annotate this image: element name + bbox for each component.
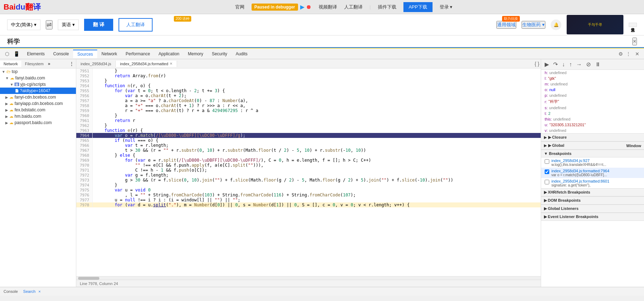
domain-button[interactable]: 通用领域 [496, 21, 516, 29]
source-lang-button[interactable]: 中文(简体) ▾ [7, 19, 40, 30]
line-num-7969: 7969 [76, 158, 92, 163]
tab-elements[interactable]: Elements [23, 50, 49, 58]
nav-human-translate[interactable]: 人工翻译 [344, 4, 363, 10]
bottom-tab-console[interactable]: Console [4, 289, 18, 294]
tree-item-fanyi-cdn[interactable]: ▶ ☁ fanyi-cdn.bcebos.com [0, 94, 76, 100]
tree-item-passport[interactable]: ▶ ☁ passport.baidu.com [0, 119, 76, 126]
bp-code-2: var o = r.match(/[\uD800-\uDBFF]... [551, 173, 609, 177]
bottom-tab-search[interactable]: Search × [23, 289, 40, 294]
tree-item-hm[interactable]: ▶ ☁ hm.baidu.com [0, 113, 76, 119]
tab-audits[interactable]: Audits [231, 50, 252, 58]
horizontal-scrollbar[interactable] [76, 276, 541, 280]
pause-on-exceptions[interactable]: ⏸ [594, 61, 601, 68]
tab-performance[interactable]: Performance [121, 50, 154, 58]
global-section[interactable]: ▶ ▶ Global Window [541, 141, 644, 150]
scope-u: u: "320305.131321201" [541, 122, 644, 128]
event-listeners-label: ▶ Event Listener Breakpoints [544, 214, 599, 219]
tree-item-fanyi-baidu[interactable]: ▼ ☁ fanyi.baidu.com [0, 75, 76, 81]
tree-label-passport: passport.baidu.com [15, 120, 52, 125]
tree-item-yjs-cgi[interactable]: ▼ ▦ yjs-cgi/scripts [0, 81, 76, 88]
more-options-button[interactable]: ⋮ [624, 50, 632, 57]
folder-icon-fanyi: ☁ [10, 76, 14, 80]
tab-application[interactable]: Application [154, 50, 184, 58]
folder-icon: 🗁 [6, 69, 11, 74]
line-num-7964: 7964 [76, 133, 92, 138]
tab-sources[interactable]: Sources [73, 50, 97, 58]
nav-official[interactable]: 官网 [235, 4, 244, 10]
tree-item-fex[interactable]: ▶ ☁ fex.bdstatic.com [0, 107, 76, 113]
scope-t: t: 2 [541, 111, 644, 116]
line-num-7972: 7972 [76, 173, 92, 178]
global-listeners-section[interactable]: ▶ Global Listeners [541, 205, 644, 213]
search-tab-close[interactable]: × [38, 289, 40, 294]
devtools-close-button[interactable]: ✕ [632, 51, 642, 57]
target-lang-button[interactable]: 英语 ▾ [58, 19, 79, 30]
record-button[interactable]: ⏺ [306, 4, 312, 10]
app-download-button[interactable]: APP下载 [403, 2, 433, 12]
code-line-7972: 7972 var g = f.length; [76, 173, 541, 178]
deactivate-breakpoints[interactable]: ⊘ [585, 60, 591, 68]
scope-h: h: undefined [541, 70, 644, 76]
feedback-button[interactable]: 意见反馈 [629, 23, 637, 27]
login-button[interactable]: 登录 ▾ [440, 4, 453, 10]
code-line-7974: 7974 } [76, 183, 541, 188]
tree-label-aldtype: ?aldtype=16047 [20, 88, 50, 93]
step-over-button[interactable]: ↷ [552, 60, 558, 68]
step-into-button[interactable]: ↓ [561, 61, 566, 68]
play-button[interactable]: ▶ [300, 4, 304, 10]
clear-input-button[interactable]: × [632, 38, 637, 45]
line-content-7966: var t = r.length; [92, 143, 541, 148]
tab-console[interactable]: Console [49, 50, 73, 58]
resume-button[interactable]: ▶ [544, 60, 550, 68]
code-area[interactable]: 7951 } 7952 return Array.from(r) 7953 } [76, 68, 541, 276]
tree-item-fanyiapp[interactable]: ▶ ☁ fanyiapp.cdn.bcebos.com [0, 100, 76, 107]
closure-section[interactable]: ▶ ▶ Closure [541, 133, 644, 141]
nav-video-translate[interactable]: 视频翻译 [319, 4, 337, 10]
swap-lang-button[interactable]: ⇌ [46, 20, 53, 29]
code-tab-0[interactable]: index_2958d34.js [76, 61, 116, 67]
device-toggle-button[interactable]: 📱 [12, 50, 21, 57]
folder-icon-hm: ☁ [9, 114, 13, 119]
line-num-7971: 7971 [76, 168, 92, 173]
step-out-button[interactable]: ↑ [568, 61, 573, 68]
notification-button[interactable]: 🔔 [551, 19, 561, 30]
file-panel-tab-network[interactable]: Network [0, 61, 21, 67]
code-tab-close-1[interactable]: ✕ [170, 62, 172, 66]
breakpoints-section-header[interactable]: ▼ Breakpoints [541, 150, 644, 157]
nav-plugin-download[interactable]: 插件下载 [378, 4, 396, 10]
tree-label-fanyi-cdn: fanyi-cdn.bcebos.com [15, 95, 56, 100]
line-content-7963: function e(r) { [92, 128, 541, 133]
xhr-breakpoints-section[interactable]: ▶ XHR/fetch Breakpoints [541, 188, 644, 196]
format-button[interactable]: { } [533, 60, 541, 67]
line-content-7970: "" !== e[C] && f.push.apply(f, a(e[C].sp… [92, 163, 541, 168]
code-line-7973: 7973 g > 30 && (r = f.slice(0, 10).join(… [76, 178, 541, 183]
file-panel-menu[interactable]: ⋮ [67, 61, 76, 67]
tree-item-aldtype[interactable]: 📄 ?aldtype=16047 [0, 88, 76, 94]
step-button[interactable]: → [576, 61, 583, 68]
add-panel-button[interactable]: » [48, 61, 50, 66]
bp-item-2: index_2958d34.js:formatted:7964 var o = … [541, 168, 644, 178]
bp-checkbox-1[interactable] [545, 159, 549, 164]
tab-network[interactable]: Network [97, 50, 121, 58]
bio-button[interactable]: 生物医药 ▾ [522, 21, 545, 29]
file-panel-tab-filesystem[interactable]: Filesystem [21, 61, 47, 67]
bp-checkbox-2[interactable] [545, 169, 549, 174]
line-num-7957: 7957 [76, 98, 92, 103]
manual-translate-button[interactable]: 人工翻译 [119, 18, 153, 32]
bp-item-3: index_2958d34.js:formatted:8601 signatur… [541, 178, 644, 188]
code-line-7960: 7960 } [76, 113, 541, 118]
event-listeners-section[interactable]: ▶ Event Listener Breakpoints [541, 213, 644, 221]
inspect-element-button[interactable]: ⬡ [4, 50, 11, 57]
input-text: 科学 [7, 37, 632, 46]
scope-this: this: undefined [541, 116, 644, 122]
tab-memory[interactable]: Memory [184, 50, 208, 58]
line-content-7971: C !== h - 1 && f.push(o[C]); [92, 168, 541, 173]
tab-security[interactable]: Security [208, 50, 231, 58]
scope-r: r: "科学" [541, 98, 644, 105]
tree-item-top[interactable]: ▼ 🗁 top [0, 68, 76, 75]
bp-checkbox-3[interactable] [545, 180, 549, 184]
code-tab-1[interactable]: index_2958d34.js:formatted ✕ [116, 61, 177, 67]
dom-breakpoints-section[interactable]: ▶ DOM Breakpoints [541, 196, 644, 205]
translate-button[interactable]: 翻 译 [84, 19, 113, 31]
settings-button[interactable]: ⚙ [617, 50, 624, 57]
